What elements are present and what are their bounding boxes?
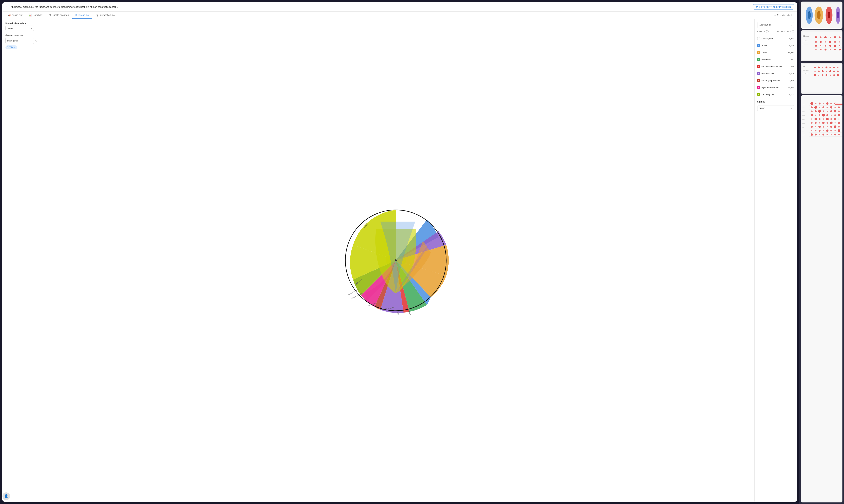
svg-text:From Another: From Another <box>803 73 809 74</box>
svg-point-70 <box>830 74 831 76</box>
gene-input-container[interactable]: ↻ 🔍 <box>5 38 34 44</box>
svg-text:Liver Metast...: Liver Metast... <box>803 40 809 41</box>
tab-intersection[interactable]: ⋂ Intersection plot <box>93 12 118 19</box>
svg-point-110 <box>811 114 813 116</box>
svg-text:CD8A: CD8A <box>803 119 805 120</box>
list-item: ✓ epithelial cell 5,806 <box>757 71 794 76</box>
scatter-thumbnail-1[interactable]: Pick Sample MLN Liver Metast... Bone Mar… <box>801 30 842 61</box>
svg-point-4 <box>808 11 810 13</box>
cell-type-dropdown[interactable]: cell type (9) ▾ <box>757 22 794 28</box>
svg-point-132 <box>834 122 836 124</box>
svg-point-145 <box>823 130 824 131</box>
tab-bubble-heatmap[interactable]: ⊞ Bubble heatmap <box>46 12 72 19</box>
back-button[interactable]: ← <box>5 5 9 9</box>
svg-point-149 <box>838 129 840 132</box>
svg-point-67 <box>818 74 820 76</box>
remove-gene-tag-button[interactable]: ✕ <box>14 46 16 49</box>
refresh-icon[interactable]: ↻ <box>35 39 37 42</box>
t-cell-checkbox[interactable]: ✓ <box>757 51 760 54</box>
svg-point-68 <box>822 74 823 76</box>
svg-point-102 <box>811 110 813 112</box>
svg-point-123 <box>830 118 832 120</box>
content-area: Numerical metadata None ▾ Gene expressio… <box>2 19 797 502</box>
myeloid-checkbox[interactable]: ✓ <box>757 86 760 89</box>
svg-point-118 <box>811 119 812 120</box>
svg-point-22 <box>824 36 827 38</box>
svg-point-127 <box>815 122 817 124</box>
svg-point-143 <box>815 130 816 131</box>
bar-chart-icon: 📊 <box>29 14 32 17</box>
svg-point-121 <box>823 119 824 120</box>
svg-point-90 <box>826 102 828 105</box>
svg-point-20 <box>815 36 817 38</box>
header-bar: ← Multimodal mapping of the tumor and pe… <box>2 2 797 12</box>
svg-point-108 <box>834 110 836 112</box>
user-avatar[interactable]: 👤 <box>2 492 10 500</box>
svg-rect-47 <box>802 64 842 92</box>
svg-point-139 <box>830 126 832 128</box>
unassigned-checkbox[interactable] <box>757 37 760 40</box>
svg-point-146 <box>826 129 828 132</box>
svg-point-94 <box>811 106 813 108</box>
svg-point-106 <box>827 111 828 112</box>
epithelial-checkbox[interactable]: ✓ <box>757 72 760 75</box>
svg-point-52 <box>814 67 816 68</box>
split-by-dropdown[interactable]: None ▾ <box>757 105 794 111</box>
svg-text:CD3D: CD3D <box>803 115 805 116</box>
svg-point-24 <box>834 36 836 38</box>
chevron-down-icon: ▾ <box>791 24 792 26</box>
blood-cell-checkbox[interactable]: ✓ <box>757 58 760 61</box>
scatter-thumbnail-2[interactable]: MLN Liver Metast... From Another <box>801 63 842 94</box>
svg-point-66 <box>814 74 816 76</box>
svg-point-151 <box>815 133 817 136</box>
violin-icon: 🎻 <box>8 14 11 17</box>
svg-point-53 <box>818 67 820 68</box>
svg-point-117 <box>838 114 840 116</box>
bubble-heatmap-thumbnail[interactable]: TRAC TRBC1 CD3E CD3D CD8A CD8B CD4 FOXP3… <box>801 95 842 502</box>
bubble-heatmap-preview: TRAC TRBC1 CD3E CD3D CD8A CD8B CD4 FOXP3… <box>801 95 842 502</box>
svg-point-72 <box>837 74 839 76</box>
svg-point-98 <box>827 107 828 108</box>
svg-text:Pick Sample: Pick Sample <box>803 36 809 37</box>
tab-violin[interactable]: 🎻 Violin plot <box>5 12 25 19</box>
innate-checkbox[interactable]: ✓ <box>757 79 760 82</box>
svg-point-107 <box>830 110 832 112</box>
svg-point-104 <box>818 110 821 113</box>
numerical-metadata-dropdown[interactable]: None ▾ <box>5 25 34 31</box>
svg-point-1 <box>395 259 397 261</box>
cells-info-icon[interactable]: i <box>792 30 794 33</box>
connective-checkbox[interactable]: ✓ <box>757 65 760 68</box>
tab-bar-chart[interactable]: 📊 Bar chart <box>26 12 45 19</box>
labels-info-icon[interactable]: i <box>766 30 769 33</box>
svg-point-28 <box>825 41 826 42</box>
differential-expression-button[interactable]: ⇄ DIFFERENTIAL EXPRESSION <box>753 4 794 10</box>
bubble-icon: ⊞ <box>49 14 51 17</box>
svg-point-30 <box>834 41 836 43</box>
thumbnails-panel: Pick Sample MLN Liver Metast... Bone Mar… <box>799 0 844 504</box>
svg-point-134 <box>811 126 813 128</box>
svg-point-95 <box>814 106 817 109</box>
svg-point-62 <box>826 71 827 72</box>
svg-text:TRAC: TRAC <box>803 104 805 105</box>
secretory-checkbox[interactable]: ✓ <box>757 93 760 96</box>
gene-expression-label: Gene expression <box>5 34 34 36</box>
violin-chart-svg <box>803 4 841 26</box>
gene-input[interactable] <box>7 39 34 42</box>
svg-point-128 <box>819 122 820 124</box>
tab-circos[interactable]: ◎ Circos plot <box>72 12 92 19</box>
b-cell-checkbox[interactable]: ✓ <box>757 44 760 47</box>
svg-point-124 <box>834 118 836 120</box>
svg-point-99 <box>830 106 832 109</box>
export-button[interactable]: ↗ Export to vinci <box>772 13 794 18</box>
svg-point-35 <box>829 45 831 47</box>
page-title: Multimodal mapping of the tumor and peri… <box>11 6 751 8</box>
svg-point-122 <box>826 118 829 120</box>
chevron-down-icon: ▾ <box>791 107 792 109</box>
svg-point-115 <box>831 114 832 116</box>
plot-area: T cell CD3D blood cell B cell myeloid le… <box>37 19 754 502</box>
violin-thumbnail[interactable] <box>801 2 842 29</box>
svg-point-142 <box>811 130 812 131</box>
svg-point-64 <box>833 71 835 72</box>
svg-point-112 <box>819 114 820 116</box>
svg-point-57 <box>833 67 835 68</box>
